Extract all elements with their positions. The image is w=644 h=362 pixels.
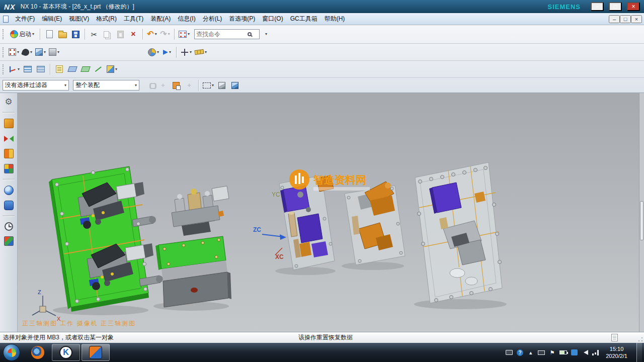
view-cube-button[interactable]: ▾ — [34, 46, 47, 59]
menu-format[interactable]: 格式(R) — [93, 13, 120, 25]
marquee-style-button[interactable]: ▾ — [201, 79, 215, 92]
dropdown-icon: ▾ — [115, 67, 117, 71]
repeat-command-button[interactable]: ▾ — [177, 28, 191, 41]
object-display-button[interactable]: ▾ — [160, 46, 174, 59]
show-desktop-button[interactable] — [636, 343, 642, 362]
menu-view[interactable]: 视图(V) — [65, 13, 93, 25]
child-restore-button[interactable]: □ — [620, 15, 631, 23]
layer-category-button[interactable] — [34, 63, 47, 76]
clock-time: 15:10 — [606, 345, 627, 352]
snap-point-button[interactable]: ▾ — [179, 46, 193, 59]
selection-scope-select[interactable]: 整个装配 ▾ — [73, 80, 139, 90]
selection-filter-select[interactable]: 没有选择过滤器 ▾ — [3, 80, 69, 90]
menu-gc-toolbox[interactable]: GC工具箱 — [287, 13, 321, 25]
minimize-button[interactable]: – — [591, 2, 604, 11]
tray-volume-icon[interactable] — [582, 350, 588, 355]
datum-plane-button[interactable] — [66, 63, 79, 76]
menu-edit[interactable]: 编辑(E) — [38, 13, 65, 25]
general-selection-button[interactable] — [170, 79, 183, 92]
new-file-button[interactable] — [43, 28, 56, 41]
menu-help[interactable]: 帮助(H) — [321, 13, 349, 25]
layer-settings-button[interactable] — [21, 63, 34, 76]
cad-scene[interactable]: YC ZC XC Z X — [18, 93, 644, 332]
tray-battery-icon[interactable] — [559, 350, 567, 354]
redo-button[interactable]: ↷▾ — [158, 28, 172, 41]
menu-information[interactable]: 信息(I) — [174, 13, 199, 25]
child-close-button[interactable]: × — [631, 15, 642, 23]
nx-application-window: NX NX 10 - 基本环境 - [26_x_t.prt （修改的）] SIE… — [0, 0, 644, 362]
save-button[interactable] — [69, 28, 82, 41]
tray-network-icon[interactable] — [592, 349, 600, 355]
menu-tools[interactable]: 工具(T) — [120, 13, 147, 25]
taskbar-k-app-button[interactable]: K — [52, 344, 80, 361]
constraint-navigator-icon[interactable] — [4, 134, 14, 143]
web-page-icon[interactable] — [4, 201, 14, 210]
datum-axis-button[interactable] — [92, 63, 105, 76]
status-note-icon[interactable] — [611, 334, 618, 341]
history-clock-icon[interactable] — [5, 222, 13, 231]
plus-icon: + — [161, 82, 165, 88]
orient-view-button[interactable]: ▾ — [21, 46, 34, 59]
assembly-navigator-icon[interactable] — [4, 119, 14, 128]
graphics-viewport[interactable]: YC ZC XC Z X — [18, 93, 644, 332]
previous-selection-button[interactable]: + — [156, 79, 170, 92]
settings-gear-icon[interactable]: ⚙ — [4, 97, 14, 107]
reuse-library-icon[interactable] — [4, 164, 14, 173]
child-minimize-button[interactable]: – — [609, 15, 620, 23]
scrollbar-thumb[interactable] — [640, 201, 643, 240]
model-fixture-1[interactable] — [49, 166, 163, 312]
tray-keyboard-icon[interactable] — [538, 350, 545, 355]
system-materials-icon[interactable] — [4, 236, 14, 246]
menu-file[interactable]: 文件(F) — [12, 13, 38, 25]
rendering-style-button[interactable]: ▾ — [47, 46, 61, 59]
interpart-link-button[interactable] — [143, 79, 156, 92]
find-command-dropdown[interactable]: ▾ — [260, 28, 273, 41]
taskbar-firefox-button[interactable] — [25, 344, 50, 361]
find-command-input[interactable] — [196, 31, 248, 38]
tray-action-center-flag-icon[interactable]: ⚑ — [549, 349, 555, 356]
undo-button[interactable]: ↶▾ — [145, 28, 158, 41]
tray-monitor-icon[interactable] — [506, 350, 513, 355]
new-file-icon — [46, 30, 53, 38]
tray-bluetooth-icon[interactable] — [571, 349, 578, 355]
datum-plane-green-button[interactable] — [79, 63, 92, 76]
model-fixture-5[interactable] — [415, 162, 502, 303]
datum-csys-button[interactable]: ▾ — [7, 63, 21, 76]
sidebar-separator — [3, 216, 15, 217]
maximize-button[interactable]: □ — [609, 2, 622, 11]
viewport-scrollbar[interactable] — [639, 93, 644, 332]
menu-preferences[interactable]: 首选项(P) — [225, 13, 259, 25]
internet-browser-icon[interactable] — [4, 186, 14, 195]
taskbar-nx-button[interactable] — [82, 344, 110, 361]
true-shading-button[interactable]: ▾ — [146, 46, 160, 59]
windows-flag-icon — [8, 348, 16, 357]
tray-hidden-icons-chevron[interactable]: ▴ — [527, 349, 534, 356]
measure-distance-button[interactable]: ▾ — [193, 46, 208, 59]
show-wireframe-button[interactable] — [215, 79, 228, 92]
start-menu-button[interactable]: 启动 ▾ — [7, 28, 37, 41]
close-button[interactable]: × — [627, 2, 640, 11]
paste-button[interactable] — [114, 28, 127, 41]
show-shaded-button[interactable] — [228, 79, 242, 92]
copy-button[interactable] — [101, 28, 114, 41]
window-title: NX 10 - 基本环境 - [26_x_t.prt （修改的）] — [21, 3, 134, 11]
menu-assemblies[interactable]: 装配(A) — [147, 13, 174, 25]
model-fixture-4[interactable] — [345, 182, 405, 265]
fit-view-button[interactable]: ▾ — [7, 46, 21, 59]
menu-analysis[interactable]: 分析(L) — [199, 13, 226, 25]
taskbar-clock[interactable]: 15:10 2020/2/1 — [606, 345, 627, 360]
start-orb-button[interactable] — [3, 344, 20, 361]
menu-window[interactable]: 窗口(O) — [259, 13, 286, 25]
derived-selection-button[interactable]: + — [183, 79, 196, 92]
model-fixture-2[interactable] — [155, 186, 231, 307]
annotation-button[interactable]: ▾ — [105, 63, 119, 76]
open-file-button[interactable] — [56, 28, 69, 41]
main-area: ⚙ — [0, 93, 644, 332]
delete-button[interactable]: × — [127, 28, 140, 41]
part-navigator-icon[interactable] — [4, 149, 14, 158]
sketch-button[interactable] — [53, 63, 66, 76]
toolbar-grip — [3, 64, 5, 74]
tray-help-icon[interactable]: ? — [517, 349, 523, 356]
search-icon[interactable] — [248, 32, 252, 36]
cut-button[interactable]: ✂ — [88, 28, 101, 41]
